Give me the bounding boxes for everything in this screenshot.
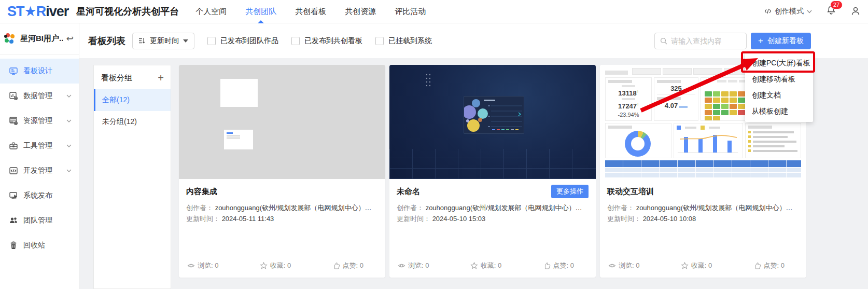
- chevron-down-icon: [66, 144, 72, 147]
- sidebar-item-dev-manage[interactable]: 开发管理: [0, 158, 79, 183]
- card-thumbnail[interactable]: [389, 65, 596, 179]
- thumb-table: [605, 160, 801, 178]
- star-icon: [470, 262, 478, 269]
- favorite-stat[interactable]: 收藏: 0: [681, 261, 712, 270]
- nav-co-creation-resource[interactable]: 共创资源: [345, 0, 376, 23]
- favorite-stat[interactable]: 收藏: 0: [470, 261, 501, 270]
- card-stats: 浏览: 0 收藏: 0 点赞: 0: [186, 261, 378, 271]
- nav-co-creation-board[interactable]: 共创看板: [295, 0, 326, 23]
- group-item-all[interactable]: 全部(12): [94, 89, 171, 111]
- filter-published-cocreation[interactable]: 已发布到共创看板: [291, 36, 362, 46]
- caret-down-icon: [183, 39, 188, 43]
- thumb-kpi-value: 13118↑: [608, 88, 649, 97]
- like-stat[interactable]: 点赞: 0: [543, 261, 574, 270]
- add-group-button[interactable]: +: [158, 73, 164, 83]
- user-avatar-icon[interactable]: [850, 6, 861, 17]
- views-stat: 浏览: 0: [187, 261, 218, 270]
- thumb-grid-floor: [389, 149, 596, 179]
- card-thumbnail[interactable]: [179, 65, 385, 179]
- filter-label: 已发布到共创看板: [304, 36, 362, 46]
- code-mode-icon: [764, 7, 772, 16]
- card-title: 联动交互培训: [607, 187, 654, 197]
- sidebar-item-data-manage[interactable]: 数据管理: [0, 84, 79, 108]
- data-manage-icon: [9, 91, 18, 101]
- sidebar-item-label: 数据管理: [23, 91, 52, 101]
- nav-co-creation-team[interactable]: 共创团队: [245, 0, 276, 23]
- card-creator: 创作者： zouhongguang(钦州/规划发展部（电网规划中心），贺州...: [186, 202, 378, 213]
- sidebar-item-team-manage[interactable]: 团队管理: [0, 208, 79, 233]
- like-stat[interactable]: 点赞: 0: [753, 261, 785, 270]
- card-stats: 浏览: 0 收藏: 0 点赞: 0: [397, 261, 589, 271]
- checkbox: [375, 37, 384, 45]
- sidebar-item-recycle-bin[interactable]: 回收站: [0, 233, 79, 258]
- filter-published-team[interactable]: 已发布到团队作品: [207, 36, 278, 46]
- menu-item-create-from-template[interactable]: 从模板创建: [745, 103, 813, 119]
- thumb-dots: [425, 73, 431, 88]
- tool-manage-icon: [9, 141, 18, 150]
- create-board-button[interactable]: + 创建新看板: [751, 33, 811, 49]
- sidebar-item-label: 工具管理: [23, 141, 52, 150]
- sidebar: 星河BI用户... ↩ 看板设计 数据管理: [0, 23, 79, 289]
- search-input[interactable]: [671, 37, 741, 45]
- creation-mode-label: 创作模式: [775, 7, 804, 16]
- logo: ST★River: [7, 0, 68, 23]
- recycle-bin-icon: [9, 241, 18, 250]
- checkbox: [207, 37, 216, 45]
- sidebar-item-label: 系统发布: [23, 191, 52, 200]
- card-creator: 创作者： zouhongguang(钦州/规划发展部（电网规划中心），贺州...: [607, 202, 799, 213]
- thumb-kpi-value: -23.94%: [608, 112, 649, 118]
- app-root: ST★River 星河可视化分析共创平台 个人空间 共创团队 共创看板 共创资源…: [0, 0, 868, 289]
- views-stat: 浏览: 0: [608, 261, 639, 270]
- menu-item-create-mobile-board[interactable]: 创建移动看板: [745, 71, 813, 87]
- creation-mode-toggle[interactable]: 创作模式: [764, 7, 812, 16]
- star-icon: [260, 262, 268, 269]
- donut-chart: [625, 131, 651, 157]
- system-publish-icon: [9, 191, 18, 200]
- nav-competition-activity[interactable]: 评比活动: [395, 0, 426, 23]
- menu-item-create-pc-board[interactable]: 创建PC(大屏)看板: [745, 55, 813, 71]
- board-card-list: 内容集成 创作者： zouhongguang(钦州/规划发展部（电网规划中心），…: [179, 65, 806, 278]
- nav-personal-space[interactable]: 个人空间: [195, 0, 227, 23]
- chevron-down-icon: [66, 169, 72, 172]
- filter-label: 已挂载到系统: [388, 36, 432, 46]
- thumb-kpi-panel: 13118↑ 17247↑ -23.94%: [605, 77, 652, 121]
- like-stat[interactable]: 点赞: 0: [332, 261, 363, 270]
- sidebar-item-label: 回收站: [23, 241, 45, 250]
- team-name: 星河BI用户...: [20, 34, 63, 44]
- lower-layout: 星河BI用户... ↩ 看板设计 数据管理: [0, 23, 868, 289]
- side-menu: 看板设计 数据管理 资源管理: [0, 54, 79, 258]
- favorite-stat[interactable]: 收藏: 0: [260, 261, 291, 270]
- sidebar-item-resource-manage[interactable]: 资源管理: [0, 108, 79, 133]
- menu-item-create-document[interactable]: 创建文档: [745, 87, 813, 103]
- exit-team-icon[interactable]: ↩: [66, 33, 74, 44]
- board-card-unnamed: 未命名 更多操作 创作者： zouhongguang(钦州/规划发展部（电网规划…: [389, 65, 596, 278]
- thumb-kpi-value: 17247↑: [608, 101, 649, 110]
- star-icon: [681, 262, 689, 269]
- more-actions-button[interactable]: 更多操作: [551, 185, 589, 198]
- card-title: 内容集成: [186, 187, 217, 197]
- thumb-combo-chart-panel: [674, 123, 743, 158]
- create-board-dropdown: 创建PC(大屏)看板 创建移动看板 创建文档 从模板创建: [745, 52, 813, 122]
- sidebar-item-tool-manage[interactable]: 工具管理: [0, 133, 79, 158]
- sort-button[interactable]: 更新时间: [132, 33, 194, 49]
- thumb-list-panel: [745, 123, 801, 158]
- thumb-chart-panel: [464, 96, 524, 134]
- filter-mounted-system[interactable]: 已挂载到系统: [375, 36, 432, 46]
- notifications-button[interactable]: 27: [826, 5, 836, 18]
- team-avatar: [3, 32, 17, 46]
- card-updated: 更新时间： 2024-05-10 10:08: [607, 213, 799, 224]
- thumb-kpi-value: 325: [657, 85, 695, 92]
- logo-dark-part: iver: [46, 4, 68, 19]
- group-item-ungrouped[interactable]: 未分组(12): [94, 111, 171, 133]
- sidebar-item-board-design[interactable]: 看板设计: [0, 59, 79, 84]
- card-updated: 更新时间： 2024-05-10 15:03: [397, 213, 589, 224]
- board-groups-panel: 看板分组 + 全部(12) 未分组(12): [93, 65, 171, 289]
- chevron-down-icon: [66, 119, 72, 122]
- sidebar-item-label: 看板设计: [23, 66, 52, 76]
- sidebar-item-system-publish[interactable]: 系统发布: [0, 183, 79, 208]
- search-icon: [660, 37, 667, 45]
- thumb-widget: [224, 130, 253, 149]
- card-stats: 浏览: 0 收藏: 0 点赞: 0: [607, 261, 799, 271]
- thumbs-up-icon: [753, 262, 761, 269]
- logo-blue-part: ST★R: [7, 4, 46, 19]
